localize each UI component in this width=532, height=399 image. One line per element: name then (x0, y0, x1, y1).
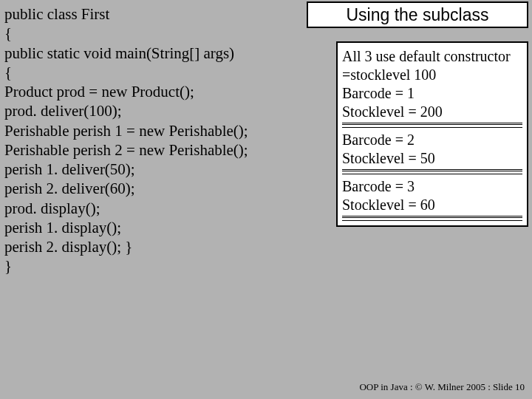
output-line: Barcode = 3 (342, 177, 522, 196)
output-line: Stocklevel = 50 (342, 149, 522, 168)
code-block: public class First { public static void … (4, 4, 300, 276)
output-box: All 3 use default constructor =stockleve… (336, 41, 528, 227)
code-line: perish 2. deliver(60); (4, 179, 300, 198)
output-line: =stocklevel 100 (342, 66, 522, 84)
code-line: { (4, 24, 300, 43)
slide-footer: OOP in Java : © W. Milner 2005 : Slide 1… (359, 381, 525, 393)
output-line: Stocklevel = 60 (342, 196, 522, 214)
divider (342, 169, 522, 174)
code-line: Perishable perish 1 = new Perishable(); (4, 121, 300, 140)
divider (342, 216, 522, 221)
output-line: Stocklevel = 200 (342, 103, 522, 121)
code-line: Perishable perish 2 = new Perishable(); (4, 140, 300, 160)
code-line: perish 2. display(); } (4, 237, 300, 256)
divider (342, 123, 522, 128)
code-line: perish 1. deliver(50); (4, 160, 300, 179)
code-line: prod. deliver(100); (4, 101, 300, 120)
slide-title: Using the subclass (307, 1, 528, 28)
code-line: } (4, 256, 300, 276)
code-line: public static void main(String[] args) (4, 44, 300, 63)
code-line: perish 1. display(); (4, 218, 300, 237)
output-line: Barcode = 1 (342, 84, 522, 103)
output-line: Barcode = 2 (342, 131, 522, 149)
code-line: public class First (4, 4, 300, 24)
code-line: prod. display(); (4, 199, 300, 218)
code-line: Product prod = new Product(); (4, 82, 300, 101)
code-line: { (4, 63, 300, 82)
output-line: All 3 use default constructor (342, 47, 522, 66)
slide: public class First { public static void … (0, 0, 532, 399)
